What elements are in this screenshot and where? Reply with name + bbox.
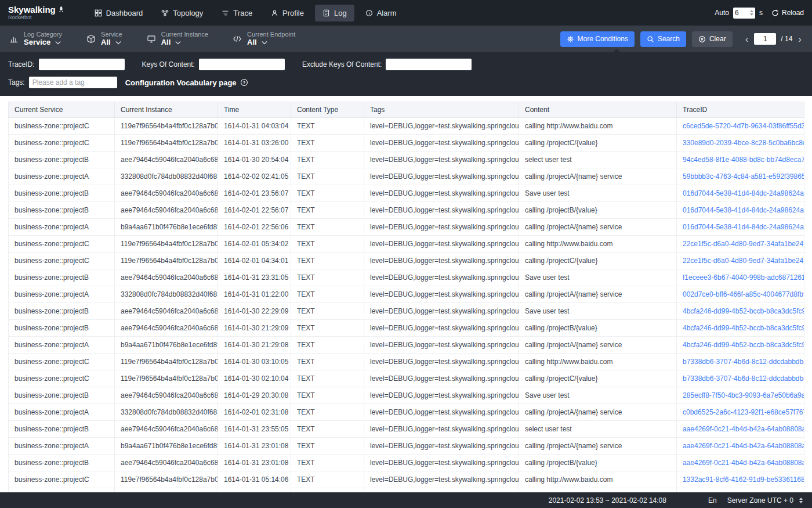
selector-value: All <box>101 38 111 47</box>
cell-time: 1614-01-31 23:31:05 <box>218 269 291 286</box>
vocabulary-label: Configuration Vocabulary page <box>125 78 237 87</box>
table-row[interactable]: business-zone::projectC119e7f96564b4a4fb… <box>9 471 804 488</box>
cell-current-instance: 119e7f96564b4a4fbf0c128a7b0... <box>115 354 218 370</box>
cell-trace-id[interactable]: b7338db6-3707-4b6d-8c12-ddcdabbdb45a <box>677 370 804 387</box>
exclude-keys-input[interactable] <box>386 59 472 70</box>
cell-content: calling /projectA/{name} service <box>519 438 677 455</box>
cell-tags: level=DEBUG,logger=test.skywalking.sprin… <box>364 202 519 219</box>
current-endpoint-select[interactable]: Current Endpoint All <box>233 31 295 47</box>
table-row[interactable]: business-zone::projectBaee79464c59046fca… <box>9 387 804 404</box>
table-row[interactable]: business-zone::projectA332808d0fc784db08… <box>9 168 804 185</box>
table-row[interactable]: business-zone::projectC119e7f96564b4a4fb… <box>9 135 804 152</box>
table-row[interactable]: business-zone::projectAb9a4aa671b0f476b8… <box>9 438 804 455</box>
more-conditions-button[interactable]: More Conditions <box>560 31 635 47</box>
cell-trace-id[interactable]: 1332ac91-8cf6-4162-91d9-be53361168a9 <box>677 471 804 488</box>
language-toggle[interactable]: En <box>708 496 717 505</box>
cell-trace-id[interactable]: 4bcfa246-dd99-4b52-bccb-b8ca3dc5fc94 <box>677 303 804 320</box>
tags-input[interactable] <box>29 77 117 88</box>
cell-trace-id[interactable]: 016d7044-5e38-41d4-84dc-24a98624a30e <box>677 202 804 219</box>
cell-content-type: TEXT <box>291 286 364 303</box>
cell-trace-id[interactable]: 4bcfa246-dd99-4b52-bccb-b8ca3dc5fc94 <box>677 337 804 354</box>
cell-current-service: business-zone::projectA <box>9 219 115 236</box>
topology-icon <box>161 9 169 17</box>
log-category-select[interactable]: Log Category Service <box>9 31 62 47</box>
filter-toolbar: Log Category Service Service All Current… <box>0 26 812 52</box>
nav-item-dashboard[interactable]: Dashboard <box>87 5 151 21</box>
profile-icon <box>271 9 278 17</box>
server-zone-stepper[interactable] <box>799 498 803 503</box>
time-range-picker[interactable]: 2021-02-02 13:53 ~ 2021-02-02 14:08 <box>549 496 666 505</box>
table-row[interactable]: business-zone::projectAb9a4aa671b0f476b8… <box>9 219 804 236</box>
table-row[interactable]: business-zone::projectBaee79464c59046fca… <box>9 320 804 337</box>
nav-item-label: Profile <box>282 9 304 17</box>
table-row[interactable]: business-zone::projectBaee79464c59046fca… <box>9 421 804 438</box>
auto-interval-input[interactable] <box>733 8 755 19</box>
prev-page-icon[interactable]: ‹ <box>744 34 750 44</box>
cell-trace-id[interactable]: aae4269f-0c21-4b4d-b42a-64ab08808ac8 <box>677 438 804 455</box>
code-icon <box>233 34 242 44</box>
cell-trace-id[interactable]: 94c4ed58-8f1e-4088-bd8c-bb74d8eca703 <box>677 152 804 168</box>
table-row[interactable]: business-zone::projectAb9a4aa671b0f476b8… <box>9 337 804 354</box>
service-select[interactable]: Service All <box>86 31 122 47</box>
cell-trace-id[interactable]: 22ce1f5c-d6a0-4d80-9ed7-34afa1be2490 <box>677 253 804 269</box>
cell-time: 1614-01-31 04:03:04 <box>218 118 291 135</box>
question-circle-icon[interactable]: ? <box>240 78 248 87</box>
table-row[interactable]: business-zone::projectC119e7f96564b4a4fb… <box>9 370 804 387</box>
footer-bar: 2021-02-02 13:53 ~ 2021-02-02 14:08 En S… <box>0 492 812 508</box>
cell-trace-id[interactable]: 4bcfa246-dd99-4b52-bccb-b8ca3dc5fc94 <box>677 320 804 337</box>
cell-trace-id[interactable]: 002d7ce0-bff6-466f-a85c-4004677d8fbf <box>677 286 804 303</box>
table-row[interactable]: business-zone::projectBaee79464c59046fca… <box>9 202 804 219</box>
cell-time: 1614-02-01 04:34:01 <box>218 253 291 269</box>
table-row[interactable]: business-zone::projectBaee79464c59046fca… <box>9 185 804 202</box>
cell-content: Save user test <box>519 185 677 202</box>
table-row[interactable]: business-zone::projectA332808d0fc784db08… <box>9 286 804 303</box>
cell-trace-id[interactable]: aae4269f-0c21-4b4d-b42a-64ab08808ac8 <box>677 455 804 471</box>
nav-item-label: Topology <box>173 9 203 17</box>
reload-button[interactable]: Reload <box>771 9 804 17</box>
cell-trace-id[interactable]: 59bbbb3c-4763-4c84-a581-e592f39865bd <box>677 168 804 185</box>
cell-current-instance: 119e7f96564b4a4fbf0c128a7b0... <box>115 118 218 135</box>
keys-of-content-input[interactable] <box>199 59 285 70</box>
nav-item-alarm[interactable]: Alarm <box>358 5 404 21</box>
cell-current-instance: aee79464c59046fca2040a6c68... <box>115 455 218 471</box>
nav-item-log[interactable]: Log <box>315 5 354 21</box>
table-row[interactable]: business-zone::projectC119e7f96564b4a4fb… <box>9 236 804 253</box>
cell-trace-id[interactable]: c0bd6525-2a6c-4123-92f1-e68ce57f767d <box>677 404 804 421</box>
stepper-up-icon[interactable] <box>750 10 753 12</box>
current-page-input[interactable]: 1 <box>754 33 776 45</box>
cell-trace-id[interactable]: 016d7044-5e38-41d4-84dc-24a98624a30e <box>677 219 804 236</box>
cell-trace-id[interactable]: c6ced5de-5720-4d7b-9634-03f86ff55d30 <box>677 118 804 135</box>
table-row[interactable]: business-zone::projectBaee79464c59046fca… <box>9 269 804 286</box>
cell-trace-id[interactable]: aae4269f-0c21-4b4d-b42a-64ab08808ac8 <box>677 421 804 438</box>
cell-trace-id[interactable]: b7338db6-3707-4b6d-8c12-ddcdabbdb45a <box>677 354 804 370</box>
table-row[interactable]: business-zone::projectBaee79464c59046fca… <box>9 152 804 168</box>
next-page-icon[interactable]: › <box>797 34 803 44</box>
auto-interval-stepper[interactable] <box>750 10 753 16</box>
search-button[interactable]: Search <box>640 31 686 47</box>
brand-logo[interactable]: Skywalking Rocketbot <box>8 5 65 20</box>
cell-current-service: business-zone::projectA <box>9 286 115 303</box>
stepper-down-icon[interactable] <box>799 501 803 503</box>
cell-trace-id[interactable]: 22ce1f5c-d6a0-4d80-9ed7-34afa1be2490 <box>677 236 804 253</box>
brand-title: Skywalking <box>8 5 56 15</box>
table-row[interactable]: business-zone::projectBaee79464c59046fca… <box>9 455 804 471</box>
nav-item-topology[interactable]: Topology <box>154 5 211 21</box>
auto-interval-value[interactable] <box>735 9 746 17</box>
cell-trace-id[interactable]: 330e89d0-2039-4bce-8c28-5c0ba6bc8ce7 <box>677 135 804 152</box>
table-row[interactable]: business-zone::projectC119e7f96564b4a4fb… <box>9 253 804 269</box>
nav-item-profile[interactable]: Profile <box>263 5 311 21</box>
clear-button[interactable]: Clear <box>692 31 733 47</box>
nav-item-trace[interactable]: Trace <box>214 5 260 21</box>
stepper-up-icon[interactable] <box>799 498 803 500</box>
stepper-down-icon[interactable] <box>750 13 753 16</box>
table-row[interactable]: business-zone::projectBaee79464c59046fca… <box>9 303 804 320</box>
vocabulary-link[interactable]: Configuration Vocabulary page ? <box>125 78 248 87</box>
table-row[interactable]: business-zone::projectC119e7f96564b4a4fb… <box>9 118 804 135</box>
cell-trace-id[interactable]: 285ecff8-7f50-4bc3-9093-6a7e50b6a9a3 <box>677 387 804 404</box>
table-row[interactable]: business-zone::projectA332808d0fc784db08… <box>9 404 804 421</box>
table-row[interactable]: business-zone::projectC119e7f96564b4a4fb… <box>9 354 804 370</box>
cell-trace-id[interactable]: f1eceee3-6b67-4040-998b-adc6871261c1 <box>677 269 804 286</box>
trace-id-input[interactable] <box>39 59 125 70</box>
cell-trace-id[interactable]: 016d7044-5e38-41d4-84dc-24a98624a30e <box>677 185 804 202</box>
current-instance-select[interactable]: Current Instance All <box>147 31 208 47</box>
